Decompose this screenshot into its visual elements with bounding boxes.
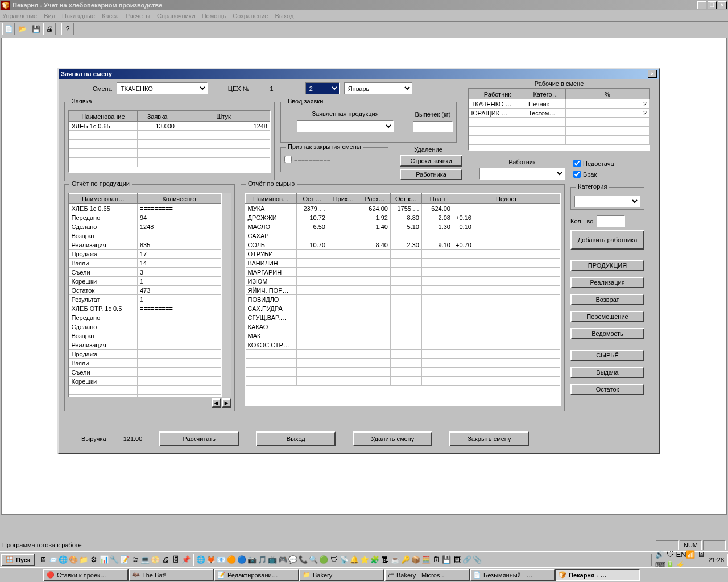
category-select[interactable] (574, 196, 640, 207)
ql-icon[interactable]: ⚙ (89, 555, 98, 564)
ql-icon[interactable]: 🖼 (452, 555, 461, 564)
ql-icon[interactable]: 💾 (442, 555, 451, 564)
ql-icon[interactable]: 📦 (411, 555, 420, 564)
ql-icon[interactable]: 🔔 (350, 555, 359, 564)
production-button[interactable]: ПРОДУКЦИЯ (570, 260, 644, 271)
product-report-grid[interactable]: Наименован… Количество ХЛЕБ 1с 0.65=====… (68, 193, 222, 397)
delete-rows-button[interactable]: Строки заявки (400, 155, 462, 167)
ql-icon[interactable]: ☕ (391, 555, 400, 564)
tray-icon[interactable]: 🛡 (665, 550, 675, 559)
ql-icon[interactable]: 📨 (48, 555, 57, 564)
exit-button[interactable]: Выход (256, 431, 336, 446)
ql-icon[interactable]: 🖨 (161, 555, 170, 564)
ql-icon[interactable]: 🔧 (110, 555, 119, 564)
defect-checkbox[interactable]: Брак (573, 171, 614, 178)
ql-icon[interactable]: 🦊 (206, 555, 216, 564)
vedomost-button[interactable]: Ведомость (570, 328, 644, 339)
workers-grid[interactable]: Работник Катего… % ТКАЧЕНКО …Печник2ЮРАЩ… (468, 88, 650, 151)
ql-icon[interactable]: 💬 (288, 555, 297, 564)
help-icon[interactable]: ? (61, 23, 74, 35)
task-button-active[interactable]: 🍞 Пекарня - … (555, 569, 640, 581)
worker-select[interactable] (479, 168, 565, 180)
tray-icon[interactable]: 🔊 (655, 550, 664, 559)
add-worker-button[interactable]: Добавить работника (570, 230, 644, 250)
ql-icon[interactable]: 📊 (100, 555, 109, 564)
remain-button[interactable]: Остаток (570, 384, 644, 395)
realization-button[interactable]: Реализация (570, 277, 644, 288)
delete-shift-button[interactable]: Удалить смену (353, 431, 432, 446)
raw-button[interactable]: СЫРЬЁ (570, 350, 644, 361)
ql-icon[interactable]: 🟢 (319, 555, 328, 564)
tray-icon[interactable]: 🖥 (696, 550, 705, 559)
ql-icon[interactable]: 🎵 (258, 555, 267, 564)
ql-icon[interactable]: 🎨 (69, 555, 78, 564)
ql-icon[interactable]: 🧮 (421, 555, 431, 564)
ql-icon[interactable]: 🎮 (278, 555, 287, 564)
ql-icon[interactable]: 🗜 (380, 555, 390, 564)
menu-item[interactable]: Справочники (157, 13, 195, 19)
menu-item[interactable]: Вид (44, 13, 55, 19)
scroll-right-button[interactable]: ► (222, 398, 231, 408)
issue-button[interactable]: Выдача (570, 367, 644, 378)
scroll-left-button[interactable]: ◄ (212, 398, 221, 408)
ql-icon[interactable]: 🔗 (462, 555, 471, 564)
move-button[interactable]: Перемещение (570, 311, 644, 322)
delete-worker-button[interactable]: Работника (400, 169, 462, 180)
ql-icon[interactable]: 🌐 (196, 555, 205, 564)
open-icon[interactable]: 📂 (16, 23, 28, 35)
ql-icon[interactable]: 📌 (181, 555, 191, 564)
save-icon[interactable]: 💾 (30, 23, 42, 35)
ql-icon[interactable]: 🔵 (237, 555, 246, 564)
ql-icon[interactable]: 🗄 (171, 555, 180, 564)
ql-icon[interactable]: 📧 (217, 555, 226, 564)
ql-icon[interactable]: 📺 (268, 555, 277, 564)
task-button[interactable]: 🔴 Ставки к проек… (43, 569, 129, 581)
task-button[interactable]: 📝 Редактировани… (214, 569, 299, 581)
menu-item[interactable]: Расчёты (126, 13, 150, 19)
ql-icon[interactable]: 🗂 (130, 555, 139, 564)
new-icon[interactable]: 📄 (2, 23, 15, 35)
task-button[interactable]: 🦇 The Bat! (129, 569, 214, 581)
ql-icon[interactable]: 💻 (140, 555, 150, 564)
menu-item[interactable]: Накладные (62, 13, 95, 19)
raw-report-grid[interactable]: Наиминов… Ост … Прих… Расх… Ост к… План … (245, 193, 561, 406)
baked-input[interactable] (413, 121, 453, 132)
decl-prod-select[interactable] (297, 120, 394, 132)
ql-icon[interactable]: 🔑 (401, 555, 410, 564)
ql-icon[interactable]: 📡 (340, 555, 349, 564)
menu-item[interactable]: Сохранение (233, 13, 268, 19)
qty-input[interactable] (597, 215, 625, 227)
task-button[interactable]: 🗃 Bakery - Micros… (384, 569, 470, 581)
close-sign-checkbox[interactable]: ========== (284, 156, 384, 163)
menu-item[interactable]: Помощь (202, 13, 226, 19)
ql-icon[interactable]: 📁 (79, 555, 88, 564)
ql-icon[interactable]: 🔍 (309, 555, 318, 564)
scrollbar[interactable] (222, 193, 231, 397)
ql-icon[interactable]: 🟠 (227, 555, 236, 564)
ql-icon[interactable]: 📞 (299, 555, 308, 564)
menu-item[interactable]: Касса (102, 13, 119, 19)
ql-icon[interactable]: 🌐 (59, 555, 68, 564)
start-button[interactable]: 🪟 Пуск (1, 554, 35, 566)
close-button[interactable]: × (718, 1, 727, 9)
task-button[interactable]: 📄 Безымянный - … (470, 569, 555, 581)
day-select[interactable]: 2 (305, 82, 340, 94)
month-select[interactable]: Январь (344, 82, 412, 94)
ql-icon[interactable]: 📀 (151, 555, 160, 564)
shortage-checkbox[interactable]: Недостача (573, 160, 614, 167)
ql-icon[interactable]: 🖥 (38, 555, 47, 564)
ql-icon[interactable]: 🗓 (432, 555, 441, 564)
menu-item[interactable]: Управление (2, 13, 37, 19)
ql-icon[interactable]: 🛡 (329, 555, 338, 564)
print-icon[interactable]: 🖨 (43, 23, 56, 35)
menu-item[interactable]: Выход (275, 13, 293, 19)
ql-icon[interactable]: 📝 (120, 555, 129, 564)
calc-button[interactable]: Рассчитать (159, 431, 239, 446)
ql-icon[interactable]: 🧩 (370, 555, 379, 564)
minimize-button[interactable]: _ (697, 1, 706, 9)
request-grid[interactable]: Наименование Заявка Штук ХЛЕБ 1с 0.6513.… (68, 110, 271, 173)
dialog-close-button[interactable]: × (648, 70, 657, 78)
shift-select[interactable]: ТКАЧЕНКО (117, 82, 208, 94)
ql-icon[interactable]: 📎 (473, 555, 482, 564)
close-shift-button[interactable]: Закрыть смену (449, 431, 529, 446)
